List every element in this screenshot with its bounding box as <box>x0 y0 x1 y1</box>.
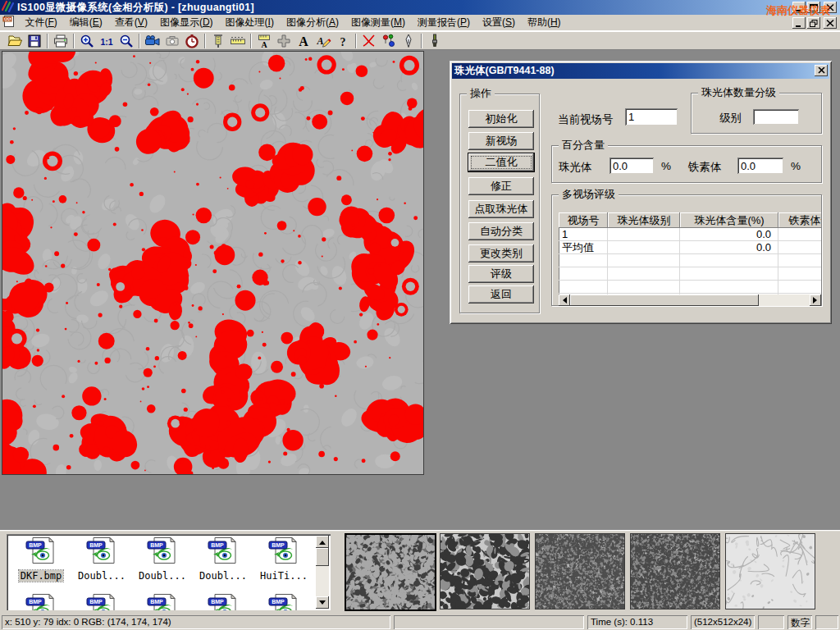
status-coordinates: x: 510 y: 79 idx: 0 RGB: (174, 174, 174) <box>2 615 390 629</box>
scroll-left-button[interactable] <box>559 294 570 306</box>
menu-image-display[interactable]: 图像显示(D) <box>153 14 219 31</box>
file-item[interactable]: BMP <box>194 593 253 610</box>
micrograph-image[interactable] <box>2 51 424 475</box>
operations-group-label: 操作 <box>467 88 495 99</box>
mdi-window-controls <box>791 17 837 29</box>
zoom-out-button[interactable] <box>117 33 135 49</box>
op-button-6[interactable]: 自动分类 <box>468 222 534 240</box>
scroll-right-button[interactable] <box>810 294 821 306</box>
percent-group-label: 百分含量 <box>559 139 608 151</box>
menu-file[interactable]: 文件(F) <box>19 14 63 31</box>
table-cell <box>608 241 680 254</box>
file-item[interactable]: BMPDKF.bmp <box>11 536 71 582</box>
file-item[interactable]: BMPDoubl... <box>194 536 253 582</box>
mdi-minimize-button[interactable] <box>792 17 806 29</box>
ruler-button[interactable] <box>229 33 247 49</box>
table-row[interactable]: 平均值0.0 <box>559 241 821 254</box>
table-header-3[interactable]: 珠光体含量(%) <box>680 212 778 228</box>
grid-button[interactable] <box>275 33 293 49</box>
table-cell <box>778 241 821 254</box>
file-item[interactable]: BMP <box>72 593 131 610</box>
menu-measure-report[interactable]: 测量报告(P) <box>411 14 476 31</box>
table-row[interactable] <box>559 254 821 267</box>
menu-image-measure[interactable]: 图像测量(M) <box>345 14 411 31</box>
scroll-thumb[interactable] <box>316 548 329 566</box>
table-row[interactable]: 10.0 <box>559 228 821 241</box>
op-button-2[interactable]: 新视场 <box>468 132 534 150</box>
annotate-button[interactable]: A <box>314 33 332 49</box>
table-header-1[interactable]: 视场号 <box>559 212 608 228</box>
dialog-title-bar[interactable]: 珠光体(GB/T9441-88) <box>452 63 829 79</box>
scroll-thumb[interactable] <box>570 294 759 306</box>
save-button[interactable] <box>25 33 43 49</box>
open-button[interactable] <box>6 33 24 49</box>
brush-button[interactable] <box>426 33 444 49</box>
title-bar[interactable]: IS100显微摄像系统(金相分析版) - [zhuguangti01] <box>0 0 840 15</box>
menu-help[interactable]: 帮助(H) <box>521 14 567 31</box>
camera-button[interactable] <box>163 33 181 49</box>
table-cell: 1 <box>559 228 608 241</box>
scroll-down-button[interactable] <box>316 596 329 609</box>
measure-text-button[interactable]: A <box>255 33 273 49</box>
table-row[interactable] <box>559 267 821 281</box>
mdi-restore-button[interactable] <box>807 17 820 29</box>
menu-view[interactable]: 查看(V) <box>108 14 153 31</box>
ferrite-percent-input[interactable]: 0.0 <box>737 158 783 174</box>
curves-button[interactable] <box>360 33 378 49</box>
op-button-5[interactable]: 点取珠光体 <box>468 200 534 218</box>
file-item[interactable]: BMP <box>133 593 192 610</box>
table-header-4[interactable]: 铁素体含量(%) <box>778 212 821 228</box>
file-name: HuiTi... <box>258 570 309 582</box>
table-cell <box>778 254 821 267</box>
video-button[interactable] <box>144 33 162 49</box>
pearlite-label: 珠光体 <box>559 160 592 175</box>
menu-image-process[interactable]: 图像处理(I) <box>219 14 280 31</box>
op-button-1[interactable]: 初始化 <box>468 110 534 128</box>
pearlite-percent-input[interactable]: 0.0 <box>609 158 654 174</box>
file-item[interactable]: BMPDoubl... <box>72 536 131 582</box>
file-item[interactable]: BMPHuiTi... <box>254 536 313 582</box>
thumbnail-image[interactable] <box>440 533 530 609</box>
table-horizontal-scrollbar[interactable] <box>559 294 821 306</box>
table-cell <box>778 281 821 294</box>
op-button-9[interactable]: 返回 <box>468 285 534 304</box>
pins-button[interactable] <box>380 33 398 49</box>
print-button[interactable] <box>52 33 70 49</box>
table-row[interactable] <box>559 281 821 294</box>
status-empty-3 <box>815 615 838 629</box>
thumbnail-image[interactable] <box>725 533 815 609</box>
table-cell <box>608 281 680 294</box>
thumbnail-image[interactable] <box>345 533 436 611</box>
multi-field-table[interactable]: 视场号珠光体级别珠光体含量(%)铁素体含量(%)10.0平均值0.0 <box>559 212 821 306</box>
toolbar-separator <box>73 34 75 48</box>
actual-size-button[interactable]: 1:1 <box>98 33 116 49</box>
op-button-3[interactable]: 二值化 <box>468 153 534 171</box>
help-button[interactable]: ? <box>334 33 352 49</box>
file-list[interactable]: BMPDKF.bmpBMPDoubl...BMPDoubl...BMPDoubl… <box>7 534 331 610</box>
current-field-input[interactable]: 1 <box>625 108 678 126</box>
file-item[interactable]: BMP <box>254 593 313 610</box>
grade-input[interactable] <box>753 109 799 125</box>
timer-button[interactable] <box>183 33 201 49</box>
file-list-scrollbar[interactable] <box>316 536 329 609</box>
pen-button[interactable] <box>399 33 418 49</box>
op-button-4[interactable]: 修正 <box>468 177 534 195</box>
document-icon[interactable]: DOC <box>2 15 16 31</box>
thumbnail-image[interactable] <box>630 533 720 609</box>
grade-group: 珠光体数量分级 级别 <box>691 93 822 134</box>
menu-edit[interactable]: 编辑(E) <box>63 14 108 31</box>
zoom-in-button[interactable] <box>78 33 96 49</box>
menu-image-analysis[interactable]: 图像分析(A) <box>280 14 345 31</box>
scroll-up-button[interactable] <box>316 536 329 548</box>
thumbnail-image[interactable] <box>535 533 625 609</box>
caliper-button[interactable] <box>209 33 227 49</box>
dialog-close-button[interactable] <box>815 65 828 76</box>
op-button-8[interactable]: 评级 <box>468 265 534 283</box>
op-button-7[interactable]: 更改类别 <box>468 244 534 262</box>
menu-settings[interactable]: 设置(S) <box>476 14 521 31</box>
file-item[interactable]: BMPDoubl... <box>133 536 192 582</box>
text-button[interactable]: A <box>294 33 313 49</box>
table-header-2[interactable]: 珠光体级别 <box>608 212 680 228</box>
file-item[interactable]: BMP <box>11 593 71 610</box>
mdi-close-button[interactable] <box>824 17 837 29</box>
